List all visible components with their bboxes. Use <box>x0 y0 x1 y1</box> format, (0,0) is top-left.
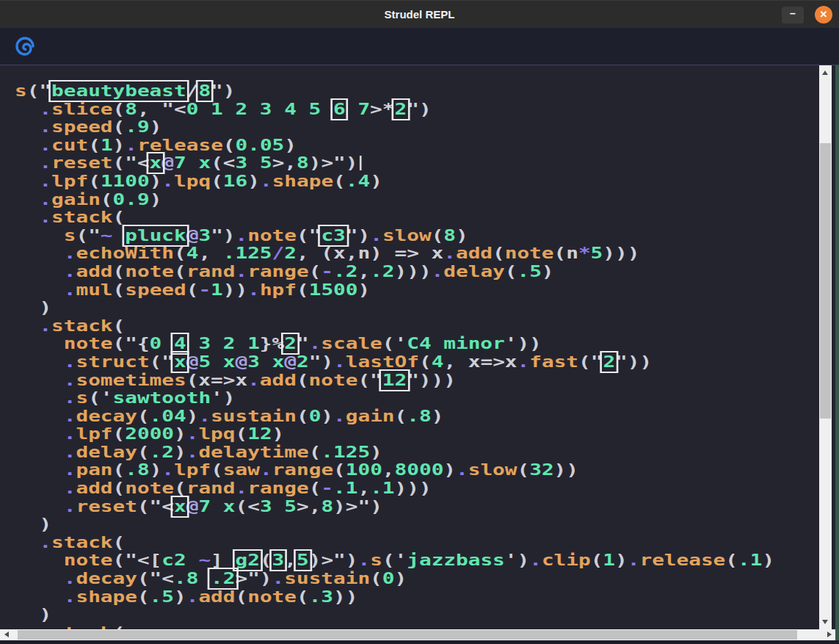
code-token: ) <box>247 173 260 190</box>
active-event-highlight: pluck <box>125 227 186 245</box>
code-token: decay <box>76 408 137 425</box>
code-token: >* <box>370 101 394 118</box>
code-token <box>15 154 39 172</box>
code-token: ( <box>223 137 236 154</box>
active-event-highlight: 2 <box>284 335 297 352</box>
code-token: . <box>64 245 76 262</box>
code-token: x <box>223 498 236 515</box>
code-token: release <box>639 551 725 569</box>
code-token: . <box>432 263 444 281</box>
code-token <box>15 353 64 371</box>
scroll-left-icon[interactable] <box>4 632 9 637</box>
code-token: ) <box>174 588 186 606</box>
code-token: .1 <box>333 480 357 497</box>
vertical-scrollbar[interactable] <box>819 65 832 629</box>
code-line: .add(note(rand.range(-.1,.1))) <box>15 480 774 498</box>
code-token: 32 <box>529 461 553 479</box>
strudel-spiral-logo-icon[interactable] <box>15 36 35 57</box>
code-token: ) <box>456 227 468 245</box>
code-token: .04 <box>150 408 186 425</box>
code-line: note("<[c2 ~] g2(3,5)>").s('jazzbass').c… <box>15 551 774 570</box>
active-event-highlight: x <box>174 353 186 371</box>
code-token: ( <box>236 588 248 606</box>
code-token: ) <box>174 444 186 461</box>
active-event-highlight: 4 <box>174 335 186 352</box>
code-token: 8 <box>125 101 137 118</box>
code-token: . <box>39 137 51 154</box>
code-token: )) <box>554 461 578 479</box>
code-token <box>15 245 64 262</box>
code-token: .2 <box>333 263 357 281</box>
scroll-right-icon[interactable] <box>827 632 832 637</box>
horizontal-scrollbar-thumb[interactable] <box>18 630 797 640</box>
code-token: 2000 <box>125 425 174 443</box>
code-token: range <box>247 263 308 281</box>
code-token: , <box>357 263 370 281</box>
code-token: ( <box>591 551 603 569</box>
code-token: . <box>64 281 76 299</box>
horizontal-scrollbar[interactable] <box>0 629 839 640</box>
code-token: .2 <box>150 444 174 461</box>
code-token: (' <box>382 335 407 352</box>
code-token: stack <box>51 534 112 551</box>
code-token <box>186 154 199 172</box>
code-token: note <box>125 263 174 281</box>
code-line: .shape(.5).add(note(.3)) <box>15 588 774 607</box>
code-token: ( <box>395 408 407 425</box>
code-token: cut <box>51 137 88 154</box>
code-token <box>15 480 64 497</box>
active-event-highlight: c3 <box>321 227 345 245</box>
code-token: . <box>64 389 76 407</box>
code-token: . <box>39 154 51 172</box>
code-token: 0 <box>150 335 174 352</box>
code-token: . <box>186 588 199 606</box>
active-event-highlight: g2 <box>235 551 259 569</box>
scroll-up-icon[interactable] <box>822 70 828 75</box>
code-token: . <box>260 173 272 190</box>
code-token: . <box>64 408 76 425</box>
code-line: .stack( <box>15 624 774 629</box>
scroll-down-icon[interactable] <box>822 620 828 624</box>
code-token: . <box>64 588 76 606</box>
close-button[interactable]: ✕ <box>815 6 832 23</box>
code-token: mul <box>76 281 112 299</box>
code-token: ) <box>395 570 407 587</box>
code-token: 3 <box>247 353 260 371</box>
code-token: . <box>236 227 248 245</box>
title-bar[interactable]: Strudel REPL – ✕ <box>0 0 839 28</box>
code-token: ( <box>113 425 126 443</box>
code-token: 8 <box>321 498 333 515</box>
code-token: range <box>272 461 333 479</box>
code-token: . <box>456 461 468 479</box>
code-token: ( <box>137 444 150 461</box>
code-token: sawtooth <box>113 389 211 407</box>
window-bottom-edge <box>0 640 839 644</box>
code-line: ) <box>15 606 774 624</box>
code-token: ") <box>211 227 235 245</box>
window-title: Strudel REPL <box>0 1 839 29</box>
vertical-scrollbar-thumb[interactable] <box>820 143 831 419</box>
code-token: .8 <box>125 461 149 479</box>
code-line: s("beautybeast/8") <box>15 82 774 101</box>
active-event-highlight: x <box>150 154 162 172</box>
code-line: .struct("x@5 x@3 x@2").lastOf(4, x=>x.fa… <box>15 353 774 372</box>
code-token: , <box>382 461 395 479</box>
code-token <box>15 498 64 515</box>
active-event-highlight: 5 <box>297 551 309 569</box>
code-token <box>15 444 64 461</box>
code-editor[interactable]: s("beautybeast/8") .slice(8, "<0 1 2 3 4… <box>0 65 835 629</box>
minimize-button[interactable]: – <box>782 7 804 23</box>
code-token: 7 <box>174 154 186 172</box>
code-token <box>113 227 126 245</box>
code-token: . <box>39 317 51 335</box>
code-token: reset <box>51 154 112 172</box>
code-token: sustain <box>211 408 297 425</box>
code-token: 2 <box>297 353 309 371</box>
code-token <box>15 227 64 245</box>
code-token: 0.9 <box>113 191 150 209</box>
code-token: lpf <box>51 173 88 190</box>
code-token: speed <box>51 118 112 136</box>
code-line: .s('sawtooth') <box>15 389 774 408</box>
code-token: ( <box>553 245 566 262</box>
code-token: @ <box>284 353 297 371</box>
